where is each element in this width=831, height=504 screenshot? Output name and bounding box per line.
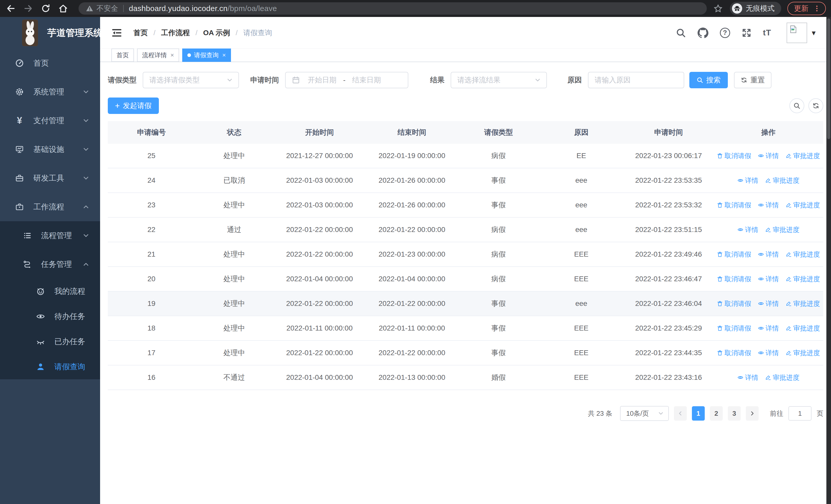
cell-id: 22 (108, 226, 195, 234)
approval-progress-link[interactable]: 审批进度 (785, 201, 820, 210)
sidebar-fold-icon[interactable] (111, 27, 122, 38)
avatar[interactable] (786, 23, 807, 43)
detail-link[interactable]: 详情 (758, 250, 779, 259)
table-row: 21 处理中 2022-01-22 00:00:00 2022-01-23 00… (108, 242, 823, 267)
address-bar[interactable]: 不安全 dashboard.yudao.iocoder.cn/bpm/oa/le… (79, 2, 707, 14)
page-button-2[interactable]: 2 (710, 406, 723, 421)
sidebar-item-leave-query[interactable]: 请假查询 (0, 354, 100, 379)
page-button-1[interactable]: 1 (692, 406, 705, 421)
detail-link[interactable]: 详情 (758, 201, 779, 210)
header-search-icon[interactable] (676, 28, 686, 38)
browser-home-button[interactable] (57, 3, 69, 14)
reset-button[interactable]: 重置 (734, 72, 771, 88)
browser-forward-button[interactable] (23, 3, 34, 14)
search-icon (696, 77, 703, 83)
app-logo[interactable]: 芋道管理系统 (0, 17, 100, 49)
next-page-button[interactable] (746, 406, 758, 421)
bookmark-star-icon[interactable] (713, 4, 723, 13)
browser-reload-button[interactable] (40, 3, 51, 14)
close-icon[interactable]: × (222, 52, 226, 59)
detail-link[interactable]: 详情 (737, 176, 758, 185)
detail-link[interactable]: 详情 (758, 274, 779, 284)
cancel-leave-link[interactable]: 取消请假 (717, 151, 751, 160)
cancel-leave-link[interactable]: 取消请假 (717, 274, 751, 284)
approval-progress-link[interactable]: 审批进度 (785, 274, 820, 284)
cell-status: 处理中 (195, 249, 273, 259)
scrollbar-thumb[interactable] (827, 19, 830, 139)
sidebar-item-infrastructure[interactable]: 基础设施 (0, 135, 100, 164)
approval-progress-link[interactable]: 审批进度 (785, 324, 820, 333)
apply-time-range-picker[interactable]: 开始日期 - 结束日期 (285, 72, 408, 88)
close-icon[interactable]: × (170, 52, 174, 59)
gear-icon (15, 88, 24, 96)
cell-leave-type: 事假 (458, 200, 539, 210)
tab-leave-query[interactable]: 请假查询 × (182, 49, 231, 62)
detail-link[interactable]: 详情 (758, 349, 779, 357)
sidebar-item-system-management[interactable]: 系统管理 (0, 78, 100, 106)
robot-face-icon (36, 287, 45, 296)
tab-process-detail[interactable]: 流程详情 × (137, 49, 179, 62)
approval-progress-link[interactable]: 审批进度 (785, 349, 820, 357)
sidebar-item-workflow[interactable]: 工作流程 (0, 192, 100, 221)
sidebar-item-done-tasks[interactable]: 已办任务 (0, 329, 100, 354)
sidebar-item-dev-tools[interactable]: 研发工具 (0, 164, 100, 192)
reason-input[interactable] (595, 76, 678, 84)
cancel-leave-link[interactable]: 取消请假 (717, 349, 751, 357)
result-select[interactable]: 请选择流结果 (451, 72, 547, 88)
leave-type-select[interactable]: 请选择请假类型 (143, 72, 239, 88)
approval-progress-link[interactable]: 审批进度 (765, 176, 799, 185)
site-security-indicator[interactable]: 不安全 (86, 4, 118, 13)
detail-link[interactable]: 详情 (758, 324, 779, 333)
cell-applied-time: 2022-01-22 23:53:32 (624, 201, 713, 209)
browser-back-button[interactable] (5, 3, 17, 14)
approval-progress-link[interactable]: 审批进度 (785, 250, 820, 259)
pen-icon (785, 202, 792, 208)
cancel-leave-link[interactable]: 取消请假 (717, 299, 751, 308)
tab-home[interactable]: 首页 (111, 49, 134, 62)
cell-status: 处理中 (195, 274, 273, 284)
cell-reason: eee (539, 176, 624, 184)
avatar-caret-down-icon[interactable]: ▾ (812, 28, 815, 37)
cell-end-time: 2022-01-19 00:00:00 (366, 152, 458, 160)
cell-applied-time: 2022-01-22 23:44:35 (624, 349, 713, 357)
breadcrumb-oa-example[interactable]: OA 示例 (203, 28, 230, 38)
page-button-3[interactable]: 3 (728, 406, 741, 421)
detail-link[interactable]: 详情 (737, 373, 758, 382)
column-header-reason: 原因 (539, 127, 624, 137)
approval-progress-link[interactable]: 审批进度 (765, 225, 799, 234)
cancel-leave-link[interactable]: 取消请假 (717, 201, 751, 210)
approval-progress-link[interactable]: 审批进度 (765, 373, 799, 382)
detail-link[interactable]: 详情 (758, 299, 779, 308)
fullscreen-icon[interactable] (741, 28, 752, 38)
cell-applied-time: 2022-01-22 23:46:47 (624, 275, 713, 283)
github-icon[interactable] (697, 27, 709, 38)
sidebar-item-my-processes[interactable]: 我的流程 (0, 279, 100, 304)
cell-id: 24 (108, 176, 195, 184)
goto-page-input[interactable] (789, 406, 811, 421)
help-icon[interactable]: ? (720, 28, 730, 38)
cancel-leave-link[interactable]: 取消请假 (717, 250, 751, 259)
cancel-leave-link[interactable]: 取消请假 (717, 324, 751, 333)
sidebar-item-todo-tasks[interactable]: 待办任务 (0, 304, 100, 329)
sidebar-item-task-management[interactable]: 任务管理 (0, 250, 100, 279)
prev-page-button[interactable] (674, 406, 687, 421)
column-header-id: 申请编号 (108, 127, 195, 137)
cell-applied-time: 2022-01-22 23:46:04 (624, 299, 713, 308)
detail-link[interactable]: 详情 (737, 225, 758, 234)
refresh-table-button[interactable] (808, 98, 823, 113)
sidebar-item-home[interactable]: 首页 (0, 49, 100, 78)
toggle-search-button[interactable] (790, 98, 804, 113)
pen-icon (765, 177, 771, 183)
page-size-select[interactable]: 10条/页 (620, 406, 669, 421)
detail-link[interactable]: 详情 (758, 151, 779, 160)
search-button[interactable]: 搜索 (689, 72, 728, 88)
breadcrumb-workflow[interactable]: 工作流程 (161, 28, 190, 38)
approval-progress-link[interactable]: 审批进度 (785, 151, 820, 160)
sidebar-item-payment-management[interactable]: ¥ 支付管理 (0, 106, 100, 135)
font-size-icon[interactable]: tT (763, 28, 771, 37)
sidebar-item-process-management[interactable]: 流程管理 (0, 221, 100, 250)
approval-progress-link[interactable]: 审批进度 (785, 299, 820, 308)
browser-update-button[interactable]: 更新 (787, 2, 826, 15)
breadcrumb-home[interactable]: 首页 (134, 28, 148, 38)
create-leave-button[interactable]: + 发起请假 (108, 97, 159, 114)
